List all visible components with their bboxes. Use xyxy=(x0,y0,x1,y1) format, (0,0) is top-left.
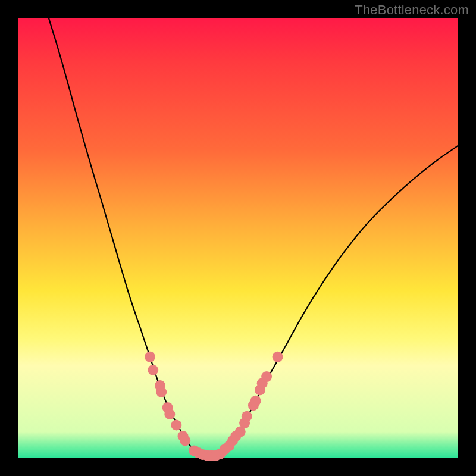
curve-bottleneck-curve-left xyxy=(49,18,203,456)
plot-area xyxy=(18,18,458,458)
chart-svg xyxy=(18,18,458,458)
data-point xyxy=(242,411,252,422)
data-point xyxy=(273,352,283,362)
data-point xyxy=(156,387,167,397)
curve-bottleneck-curve-right xyxy=(203,146,458,456)
data-point xyxy=(148,365,158,375)
data-point xyxy=(171,420,181,431)
data-point xyxy=(164,409,175,419)
highlighted-points xyxy=(145,352,283,461)
watermark-label: TheBottleneck.com xyxy=(355,2,469,18)
chart-frame: TheBottleneck.com xyxy=(0,0,476,476)
data-point xyxy=(180,435,190,446)
bottleneck-curve xyxy=(49,18,458,456)
data-point xyxy=(261,371,272,382)
data-point xyxy=(145,352,155,362)
data-point xyxy=(250,396,261,406)
